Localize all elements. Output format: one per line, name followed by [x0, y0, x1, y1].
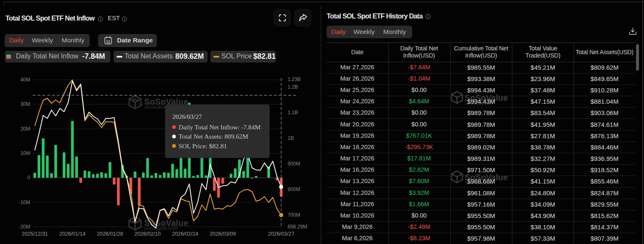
svg-text:2026/02/10: 2026/02/10 [135, 231, 161, 237]
svg-text:SOL Price: $82.81: SOL Price: $82.81 [179, 142, 227, 150]
svg-text:0: 0 [27, 175, 30, 181]
svg-text:Total Net Assets: 809.62M: Total Net Assets: 809.62M [179, 133, 248, 140]
svg-text:20M: 20M [21, 126, 30, 132]
svg-text:2026/01/28: 2026/01/28 [97, 231, 123, 237]
svg-text:1B: 1B [288, 135, 294, 141]
svg-text:sosovalue.com: sosovalue.com [144, 226, 178, 231]
svg-text:40M: 40M [21, 77, 30, 83]
svg-text:2025/12/31: 2025/12/31 [22, 231, 48, 237]
svg-text:2026/01/14: 2026/01/14 [59, 231, 86, 237]
svg-text:2026/03/27: 2026/03/27 [172, 113, 202, 120]
svg-text:10M: 10M [21, 150, 30, 156]
svg-text:30M: 30M [21, 101, 30, 107]
svg-text:900M: 900M [288, 161, 300, 167]
svg-text:Daily Total Net Inflow: -7.84M: Daily Total Net Inflow: -7.84M [179, 123, 261, 131]
svg-text:-20M: -20M [19, 224, 30, 230]
svg-text:1.2B: 1.2B [288, 84, 298, 90]
svg-text:-10M: -10M [19, 199, 30, 205]
svg-text:2026/02/24: 2026/02/24 [172, 231, 198, 237]
svg-text:2026/03/09: 2026/03/09 [210, 231, 236, 237]
svg-text:1.1B: 1.1B [288, 110, 298, 115]
svg-text:2026/03/27: 2026/03/27 [268, 231, 294, 237]
